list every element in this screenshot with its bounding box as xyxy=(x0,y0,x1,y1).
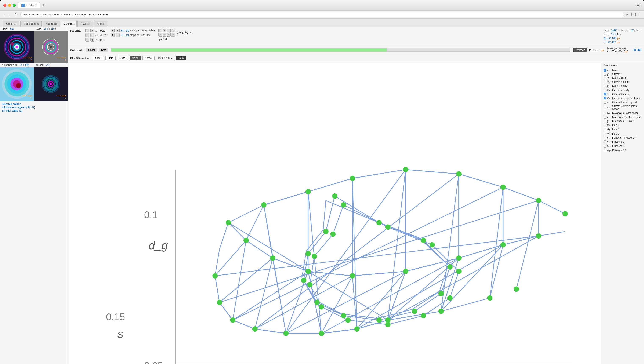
kernel-button[interactable]: Kernel xyxy=(143,56,155,60)
growth-density-name: Growth density xyxy=(612,89,629,92)
sigma-minus-btn[interactable]: − xyxy=(90,33,94,37)
mu-sigma-controls: + − μ = 0.22 + − σ = 0.025 ↓ ↑ ± 0.0 xyxy=(85,28,107,42)
app-tabs: Controls Calculations Statistics 3D Plot… xyxy=(0,18,644,27)
t-plus-btn[interactable]: + xyxy=(111,33,115,37)
flussers8-checkbox[interactable] xyxy=(603,140,606,143)
browser-tab[interactable]: L Lenia ✕ xyxy=(18,2,40,8)
mu-plus-btn[interactable]: + xyxy=(85,28,89,32)
beta-minus2-btn[interactable]: − xyxy=(163,33,166,36)
mass-section: Mass (log scale) m = Σ f(x)/R² [μg] xyxy=(607,47,628,53)
r-plus-btn[interactable]: + xyxy=(111,28,115,32)
average-button[interactable]: Average xyxy=(573,48,587,52)
tab-about[interactable]: About xyxy=(94,21,107,27)
dt-row: Δt = 0.100 μs xyxy=(603,36,641,40)
flussers9-checkbox[interactable] xyxy=(603,145,606,148)
svg-text:d_g: d_g xyxy=(149,239,168,252)
beta-minus3-btn[interactable]: − xyxy=(167,33,171,36)
svg-point-48 xyxy=(562,211,568,216)
stat-row-flussers10: ψ10 Flusser's 10 xyxy=(603,148,642,152)
more-icon[interactable]: ⋮ xyxy=(638,12,641,16)
svg-point-87 xyxy=(345,318,351,323)
hus7-name: Hu's 7 xyxy=(612,132,619,135)
delta-label: Delta = d(k ∗ f(x)) xyxy=(34,27,68,31)
beta-plus4-btn[interactable]: + xyxy=(171,28,175,32)
reader-icon[interactable]: ⬇ xyxy=(630,12,633,16)
refresh-button[interactable]: ↻ xyxy=(13,12,19,17)
address-input[interactable] xyxy=(20,12,624,17)
beta-plus3-btn[interactable]: + xyxy=(167,28,171,32)
beta-minus4-btn[interactable]: − xyxy=(171,33,175,36)
tab-3dplot[interactable]: 3D Plot xyxy=(61,21,77,27)
app-body: Field = f(x) Delta = d(k ∗ f(x)) xyxy=(0,27,644,364)
major-axis-rotate-checkbox[interactable] xyxy=(603,112,606,114)
svg-point-69 xyxy=(376,220,382,226)
field-button[interactable]: Field xyxy=(106,56,116,60)
bookmark-icon[interactable]: ★ xyxy=(626,12,629,16)
down-btn[interactable]: ↓ xyxy=(85,38,89,42)
t-minus-btn[interactable]: − xyxy=(116,33,120,37)
growth-volume-checkbox[interactable] xyxy=(603,81,606,84)
svg-point-82 xyxy=(430,242,435,248)
clear-button[interactable]: Clear xyxy=(93,56,104,60)
svg-point-23 xyxy=(16,83,21,88)
hus7-checkbox[interactable] xyxy=(603,132,606,135)
tab-statistics[interactable]: Statistics xyxy=(43,21,60,27)
flussers9-name: Flusser's 9 xyxy=(612,144,624,148)
share-icon[interactable]: ⬆ xyxy=(634,12,637,16)
up-btn[interactable]: ↑ xyxy=(90,38,94,42)
svg-point-52 xyxy=(350,273,355,278)
kurtosis-checkbox[interactable] xyxy=(603,136,606,139)
flussers10-name: Flusser's 10 xyxy=(612,149,626,152)
centroid-rotate-checkbox[interactable] xyxy=(603,101,606,104)
skewness-checkbox[interactable] xyxy=(603,120,606,122)
forward-button[interactable]: › xyxy=(8,12,12,17)
hus6-checkbox[interactable] xyxy=(603,128,606,131)
moment-inertia-checkbox[interactable] xyxy=(603,116,606,118)
stat-row-growth-centroid-dist: ✓ dg Growth-centroid distance xyxy=(603,96,642,100)
plot-area: d_g 0.1 s 0.15 0.05 m 0.56 0.54 xyxy=(68,62,644,364)
flussers10-checkbox[interactable] xyxy=(603,149,606,152)
mass-checkbox[interactable]: ✓ xyxy=(603,69,606,72)
centroid-speed-checkbox[interactable]: ✓ xyxy=(603,93,606,96)
svg-point-58 xyxy=(217,300,222,305)
tab-close-icon[interactable]: ✕ xyxy=(35,4,37,7)
t-current: t = 92.800 xyxy=(603,41,616,44)
close-button[interactable] xyxy=(4,4,6,7)
neigh-button[interactable]: Neigh xyxy=(130,56,141,60)
r-minus-btn[interactable]: − xyxy=(116,28,120,32)
svg-text:0.15: 0.15 xyxy=(106,311,125,322)
stats-button[interactable]: Stats xyxy=(176,56,186,60)
t-desc: steps per unit time xyxy=(130,34,151,36)
mu-minus-btn[interactable]: − xyxy=(90,28,94,32)
mass-density-checkbox[interactable] xyxy=(603,85,606,88)
tab-calculations[interactable]: Calculations xyxy=(20,21,42,27)
reset-button[interactable]: Reset xyxy=(86,48,97,52)
stat-row-growth-volume: Vg Growth volume xyxy=(603,80,642,84)
beta-plus1-btn[interactable]: + xyxy=(158,28,162,32)
delta-button[interactable]: Delta xyxy=(117,56,128,60)
beta-minus1-btn[interactable]: − xyxy=(158,33,162,36)
plot-canvas[interactable]: d_g 0.1 s 0.15 0.05 m 0.56 0.54 xyxy=(69,63,601,364)
back-button[interactable]: ‹ xyxy=(3,12,6,17)
mass-volume-checkbox[interactable] xyxy=(603,76,606,79)
svg-point-50 xyxy=(270,256,275,261)
growth-density-checkbox[interactable] xyxy=(603,89,606,92)
selected-name-text: Kronium vagus xyxy=(6,106,24,109)
growth-centroid-dist-checkbox[interactable]: ✓ xyxy=(603,97,606,100)
beta-plus2-btn[interactable]: + xyxy=(163,28,166,32)
hus5-checkbox[interactable] xyxy=(603,124,606,126)
maximize-button[interactable] xyxy=(13,4,16,7)
minimize-button[interactable] xyxy=(8,4,11,7)
tab-controls[interactable]: Controls xyxy=(3,21,20,27)
growth-centroid-rotate-checkbox[interactable] xyxy=(603,106,606,109)
growth-checkbox[interactable] xyxy=(603,73,606,76)
new-tab-button[interactable]: + xyxy=(43,3,45,8)
sigma-plus-btn[interactable]: + xyxy=(85,33,89,37)
right-panel: Params: + − μ = 0.22 + − σ = 0.025 xyxy=(68,27,644,364)
stat-button[interactable]: Stat xyxy=(99,48,108,52)
tab-betacube[interactable]: β Cube xyxy=(78,21,93,27)
neighbor-label: Neighbor sum = k ∗ f(x) xyxy=(0,63,34,67)
beta-value: β = 1, 1/3 xyxy=(177,30,188,35)
beta-row: + + + + − − − − β = 1, 1/3 c4 xyxy=(158,28,193,36)
growth-density-symbol: ρg xyxy=(607,88,611,92)
